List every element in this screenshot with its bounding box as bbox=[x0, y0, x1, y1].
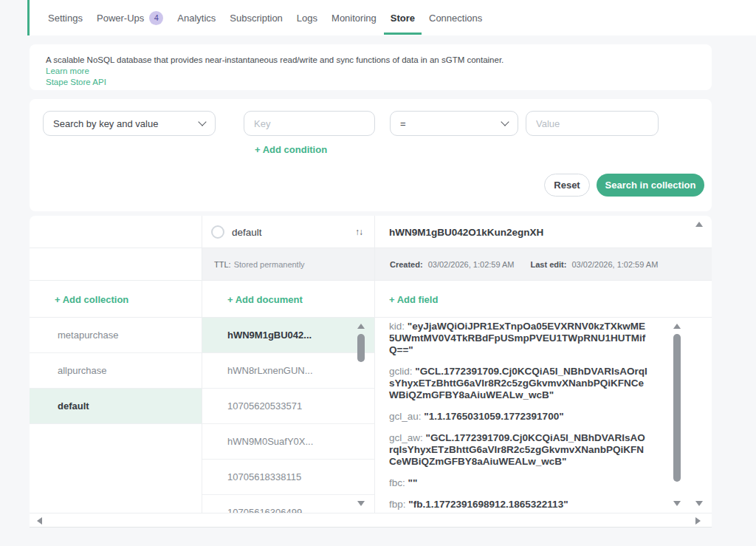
document-row[interactable]: 10705620533571 bbox=[202, 389, 374, 424]
operator-select[interactable]: = bbox=[390, 111, 518, 136]
store-intro-card: A scalable NoSQL database that provides … bbox=[30, 44, 712, 90]
stape-store-api-link[interactable]: Stape Store API bbox=[46, 77, 106, 88]
document-id-heading: hWN9M1gBU042O1kKun2egnXH bbox=[374, 216, 543, 248]
document-id: 10705620533571 bbox=[227, 400, 302, 412]
field-value: "GCL.1772391709.Cj0KCQiA5I_NBhDVARIsAOrq… bbox=[389, 432, 645, 467]
reset-button[interactable]: Reset bbox=[544, 174, 590, 197]
scroll-up-icon[interactable] bbox=[673, 324, 681, 329]
field-row[interactable]: gcl_aw: "GCL.1772391709.Cj0KCQiA5I_NBhDV… bbox=[389, 432, 649, 468]
value-input[interactable] bbox=[526, 111, 659, 136]
collection-name: metapurchase bbox=[58, 330, 118, 341]
document-id-text: hWN9M1gBU042O1kKun2egnXH bbox=[389, 227, 543, 238]
field-value: "fb.1.1772391698912.1865322113" bbox=[408, 499, 568, 510]
collection-row[interactable]: allpurchase bbox=[30, 353, 202, 389]
collection-name: default bbox=[58, 400, 89, 412]
field-key: gclid: bbox=[389, 366, 413, 377]
browser-header-row: default ↑↓ hWN9M1gBU042O1kKun2egnXH bbox=[30, 216, 712, 248]
document-row-selected[interactable]: hWN9M1gBU042... bbox=[202, 318, 374, 353]
documents-scrollbar-thumb[interactable] bbox=[357, 334, 365, 362]
collection-header-cell: default ↑↓ bbox=[202, 216, 374, 248]
ttl-value: Stored permanently bbox=[234, 260, 305, 269]
document-row[interactable]: 10705618338115 bbox=[202, 460, 374, 495]
created-timestamp: Created: 03/02/2026, 1:02:59 AM bbox=[390, 260, 515, 269]
scroll-right-icon[interactable] bbox=[695, 517, 701, 525]
created-label: Created: bbox=[390, 260, 423, 269]
add-actions-row: + Add collection + Add document + Add fi… bbox=[30, 281, 712, 318]
browser-body: metapurchase allpurchase default hWN9M1g… bbox=[30, 318, 712, 513]
scroll-down-icon[interactable] bbox=[695, 501, 703, 506]
tab-label: Subscription bbox=[230, 13, 283, 24]
collection-row-selected[interactable]: default bbox=[30, 389, 202, 424]
document-row[interactable]: hWN9M0SuafY0X... bbox=[202, 424, 374, 460]
field-row[interactable]: fbp: "fb.1.1772391698912.1865322113" bbox=[389, 499, 649, 511]
add-field-link[interactable]: + Add field bbox=[389, 281, 438, 318]
store-description: A scalable NoSQL database that provides … bbox=[46, 55, 695, 66]
scroll-left-icon[interactable] bbox=[37, 517, 42, 525]
last-edit-timestamp: Last edit: 03/02/2026, 1:02:59 AM bbox=[531, 260, 659, 269]
tab-logs[interactable]: Logs bbox=[297, 0, 317, 35]
operator-value: = bbox=[400, 118, 406, 129]
tab-subscription[interactable]: Subscription bbox=[230, 0, 283, 35]
search-card: Search by key and value = + Add conditio… bbox=[30, 99, 712, 211]
field-key: kid: bbox=[389, 321, 405, 332]
add-condition-link[interactable]: + Add condition bbox=[255, 144, 327, 155]
field-value: "GCL.1772391709.Cj0KCQiA5I_NBhDVARIsAOrq… bbox=[389, 366, 647, 400]
tab-monitoring[interactable]: Monitoring bbox=[331, 0, 377, 35]
last-edit-value: 03/02/2026, 1:02:59 AM bbox=[571, 260, 658, 269]
document-id: hWN9M0SuafY0X... bbox=[227, 436, 313, 447]
scroll-down-icon[interactable] bbox=[673, 501, 681, 506]
search-in-collection-button[interactable]: Search in collection bbox=[597, 174, 704, 197]
sort-icon[interactable]: ↑↓ bbox=[355, 227, 362, 237]
tab-analytics[interactable]: Analytics bbox=[177, 0, 216, 35]
collection-checkbox[interactable] bbox=[211, 225, 224, 239]
document-row[interactable]: hWN8rLxnenGUN... bbox=[202, 353, 374, 389]
field-key: gcl_aw: bbox=[389, 432, 423, 443]
tab-power-ups[interactable]: Power-Ups 4 bbox=[97, 0, 163, 35]
key-input[interactable] bbox=[244, 111, 375, 136]
chevron-down-icon bbox=[501, 117, 509, 126]
tab-store[interactable]: Store bbox=[391, 0, 415, 35]
tab-label: Store bbox=[391, 13, 415, 24]
learn-more-link[interactable]: Learn more bbox=[46, 66, 89, 77]
tab-label: Monitoring bbox=[331, 13, 377, 24]
collection-name: allpurchase bbox=[58, 365, 107, 376]
document-id: hWN8rLxnenGUN... bbox=[227, 365, 313, 376]
field-row[interactable]: gclid: "GCL.1772391709.Cj0KCQiA5I_NBhDVA… bbox=[389, 366, 649, 401]
column-divider bbox=[202, 216, 202, 513]
scroll-up-icon[interactable] bbox=[695, 222, 703, 227]
collection-row[interactable]: metapurchase bbox=[30, 318, 202, 353]
search-mode-select[interactable]: Search by key and value bbox=[43, 111, 216, 136]
horizontal-scrollbar[interactable] bbox=[30, 513, 712, 528]
browser-meta-row: TTL: Stored permanently Created: 03/02/2… bbox=[30, 248, 712, 281]
field-key: fbc: bbox=[389, 477, 405, 488]
tab-label: Connections bbox=[429, 13, 482, 24]
scroll-up-icon[interactable] bbox=[357, 324, 365, 329]
ttl-label: TTL: bbox=[214, 260, 231, 269]
add-collection-link[interactable]: + Add collection bbox=[55, 281, 128, 318]
field-row[interactable]: kid: "eyJjaWQiOiJPR1ExTnpOa05EVXRNV0kzTX… bbox=[389, 321, 649, 356]
tab-label: Logs bbox=[297, 13, 317, 24]
last-edit-label: Last edit: bbox=[531, 260, 567, 269]
tab-label: Analytics bbox=[177, 13, 216, 24]
tab-label: Power-Ups bbox=[97, 13, 144, 24]
tab-label: Settings bbox=[48, 13, 83, 24]
field-key: gcl_au: bbox=[389, 411, 422, 422]
created-value: 03/02/2026, 1:02:59 AM bbox=[428, 260, 515, 269]
documents-list: hWN9M1gBU042... hWN8rLxnenGUN... 1070562… bbox=[202, 318, 374, 513]
field-row[interactable]: gcl_au: "1.1.1765031059.1772391700" bbox=[389, 411, 649, 423]
add-document-link[interactable]: + Add document bbox=[227, 281, 303, 318]
ttl-cell: TTL: Stored permanently bbox=[202, 248, 374, 280]
container-tabs: Settings Power-Ups 4 Analytics Subscript… bbox=[30, 0, 756, 35]
collection-header-name: default bbox=[232, 227, 262, 238]
tab-connections[interactable]: Connections bbox=[429, 0, 482, 35]
document-id: 10705616306499 bbox=[227, 507, 302, 513]
document-id: 10705618338115 bbox=[227, 471, 301, 482]
document-row[interactable]: 10705616306499 bbox=[202, 495, 374, 513]
tab-settings[interactable]: Settings bbox=[48, 0, 83, 35]
field-row[interactable]: fbc: "" bbox=[389, 477, 649, 489]
fields-list: kid: "eyJjaWQiOiJPR1ExTnpOa05EVXRNV0kzTX… bbox=[389, 321, 649, 513]
timestamps-cell: Created: 03/02/2026, 1:02:59 AM Last edi… bbox=[375, 248, 712, 280]
fields-scrollbar-thumb[interactable] bbox=[673, 334, 681, 482]
scroll-down-icon[interactable] bbox=[357, 501, 365, 506]
field-key: fbp: bbox=[389, 499, 406, 510]
